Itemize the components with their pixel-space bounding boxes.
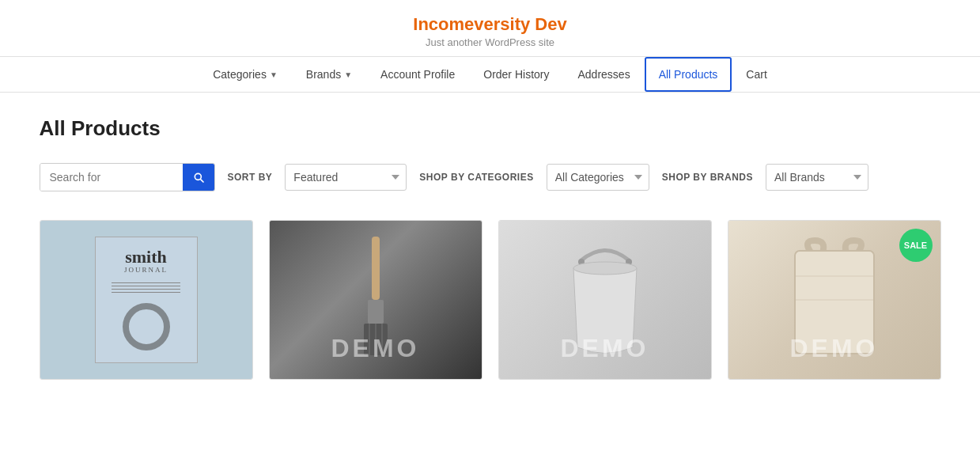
page-content: All Products SORT BY Featured Price: Low… <box>24 93 957 396</box>
nav-item-all-products[interactable]: All Products <box>645 57 732 92</box>
sort-by-select[interactable]: Featured Price: Low to High Price: High … <box>285 164 407 191</box>
page-title: All Products <box>40 116 941 141</box>
site-header: Incomeversity Dev Just another WordPress… <box>0 0 980 57</box>
search-button[interactable] <box>183 164 214 191</box>
product-grid: smith JOURNAL <box>40 220 941 380</box>
nav-list: Categories ▼ Brands ▼ Account Profile Or… <box>0 57 980 92</box>
sort-by-label: SORT BY <box>228 172 273 183</box>
product-image: DEMO <box>499 221 711 379</box>
search-input[interactable] <box>40 164 183 191</box>
site-title: Incomeversity Dev <box>0 14 980 35</box>
product-image: smith JOURNAL <box>40 221 252 379</box>
product-card[interactable]: DEMO <box>498 220 712 380</box>
shop-by-categories-select[interactable]: All Categories Books Tools Home <box>547 164 649 191</box>
svg-rect-9 <box>795 251 874 354</box>
nav-link-order-history[interactable]: Order History <box>469 57 563 92</box>
nav-item-order-history[interactable]: Order History <box>469 57 563 92</box>
shop-by-brands-label: SHOP BY BRANDS <box>662 172 753 183</box>
nav-link-all-products[interactable]: All Products <box>645 57 732 92</box>
nav-link-cart[interactable]: Cart <box>732 57 781 92</box>
product-card[interactable]: smith JOURNAL <box>40 220 253 380</box>
nav-item-cart[interactable]: Cart <box>732 57 781 92</box>
svg-rect-1 <box>368 300 384 324</box>
nav-link-account-profile[interactable]: Account Profile <box>366 57 469 92</box>
shop-by-brands-select[interactable]: All Brands Smith Journal Other Brand <box>766 164 868 191</box>
sale-badge: SALE <box>899 229 933 262</box>
shop-by-categories-label: SHOP BY CATEGORIES <box>419 172 533 183</box>
svg-point-8 <box>573 262 637 275</box>
site-tagline: Just another WordPress site <box>0 36 980 48</box>
nav-link-brands[interactable]: Brands ▼ <box>292 57 366 92</box>
product-card[interactable]: DEMO <box>269 220 482 380</box>
main-nav: Categories ▼ Brands ▼ Account Profile Or… <box>0 57 980 93</box>
svg-rect-0 <box>372 237 380 300</box>
chevron-down-icon: ▼ <box>344 70 352 79</box>
nav-link-addresses[interactable]: Addresses <box>563 57 644 92</box>
nav-item-categories[interactable]: Categories ▼ <box>199 57 292 92</box>
nav-item-account-profile[interactable]: Account Profile <box>366 57 469 92</box>
chevron-down-icon: ▼ <box>270 70 278 79</box>
product-image: DEMO <box>270 221 482 379</box>
nav-item-brands[interactable]: Brands ▼ <box>292 57 366 92</box>
nav-link-categories[interactable]: Categories ▼ <box>199 57 292 92</box>
nav-item-addresses[interactable]: Addresses <box>563 57 644 92</box>
search-wrapper <box>40 163 215 191</box>
product-card[interactable]: SALE DEMO <box>728 220 941 380</box>
search-icon <box>192 171 205 184</box>
filter-bar: SORT BY Featured Price: Low to High Pric… <box>40 163 941 191</box>
